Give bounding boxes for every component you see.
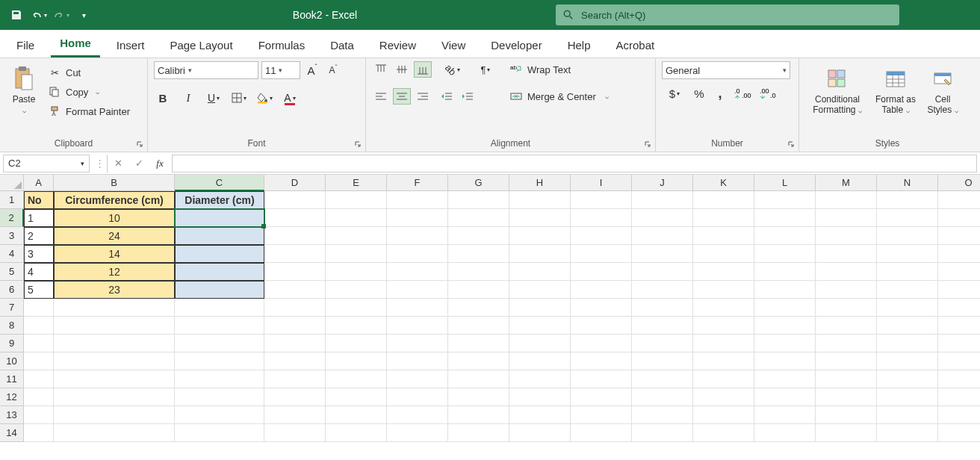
cell-O6[interactable] (938, 281, 980, 299)
cell-N9[interactable] (877, 335, 938, 352)
col-header-C[interactable]: C (175, 175, 264, 191)
cell-J11[interactable] (632, 370, 693, 388)
cell-H1[interactable] (509, 191, 571, 209)
cell-E1[interactable] (326, 191, 387, 209)
cell-K6[interactable] (693, 281, 754, 299)
cell-F11[interactable] (387, 370, 448, 388)
borders-button[interactable]: ▾ (230, 90, 248, 106)
cell-I2[interactable] (571, 209, 632, 227)
cell-J7[interactable] (632, 299, 693, 317)
cell-J4[interactable] (632, 245, 693, 263)
cell-D3[interactable] (264, 227, 326, 245)
align-bottom-button[interactable] (414, 61, 432, 78)
cell-D7[interactable] (264, 299, 326, 317)
formula-input[interactable] (172, 155, 977, 172)
enter-icon[interactable]: ✓ (128, 155, 149, 172)
launcher-icon[interactable] (353, 140, 362, 149)
cell-N3[interactable] (877, 227, 938, 245)
col-header-N[interactable]: N (877, 175, 938, 191)
cell-K11[interactable] (693, 370, 754, 388)
cell-O12[interactable] (938, 388, 980, 406)
cell-J13[interactable] (632, 406, 693, 424)
cell-L5[interactable] (754, 263, 816, 281)
cell-L13[interactable] (754, 406, 816, 424)
cell-I11[interactable] (571, 370, 632, 388)
cell-B10[interactable] (54, 352, 175, 370)
merge-center-button[interactable]: Merge & Center ⌵ (506, 88, 612, 105)
cell-B13[interactable] (54, 406, 175, 424)
cell-F4[interactable] (387, 245, 448, 263)
cell-K14[interactable] (693, 424, 754, 442)
active-cell[interactable] (175, 209, 264, 227)
format-as-table-button[interactable]: Format as Table ⌵ (869, 61, 922, 119)
row-header-6[interactable]: 6 (0, 281, 24, 299)
cell-M13[interactable] (816, 406, 877, 424)
cell-G2[interactable] (448, 209, 509, 227)
cell-H14[interactable] (509, 424, 571, 442)
cell-C5[interactable] (175, 263, 264, 281)
cell-B8[interactable] (54, 317, 175, 335)
cell-E11[interactable] (326, 370, 387, 388)
cell-C10[interactable] (175, 352, 264, 370)
col-header-I[interactable]: I (571, 175, 632, 191)
conditional-formatting-button[interactable]: Conditional Formatting ⌵ (805, 61, 869, 119)
underline-button[interactable]: U▾ (205, 90, 223, 106)
cell-D4[interactable] (264, 245, 326, 263)
cell-J14[interactable] (632, 424, 693, 442)
cell-E4[interactable] (326, 245, 387, 263)
cell-E2[interactable] (326, 209, 387, 227)
tab-page-layout[interactable]: Page Layout (161, 33, 241, 58)
cell-H12[interactable] (509, 388, 571, 406)
row-header-13[interactable]: 13 (0, 406, 24, 424)
font-name-combo[interactable]: Calibri▾ (154, 61, 258, 79)
row-header-12[interactable]: 12 (0, 388, 24, 406)
cell-G7[interactable] (448, 299, 509, 317)
cell-E7[interactable] (326, 299, 387, 317)
cell-D1[interactable] (264, 191, 326, 209)
row-header-9[interactable]: 9 (0, 335, 24, 352)
cell-D13[interactable] (264, 406, 326, 424)
cell-K7[interactable] (693, 299, 754, 317)
cell-J12[interactable] (632, 388, 693, 406)
cell-L14[interactable] (754, 424, 816, 442)
cell-G5[interactable] (448, 263, 509, 281)
cell-I10[interactable] (571, 352, 632, 370)
align-left-button[interactable] (372, 88, 390, 105)
cell-L12[interactable] (754, 388, 816, 406)
cell-B2[interactable]: 10 (54, 209, 175, 227)
wrap-text-button[interactable]: abWrap Text (506, 61, 612, 78)
row-header-2[interactable]: 2 (0, 209, 24, 227)
font-color-button[interactable]: A▾ (281, 90, 299, 106)
cell-G4[interactable] (448, 245, 509, 263)
cell-N14[interactable] (877, 424, 938, 442)
row-header-4[interactable]: 4 (0, 245, 24, 263)
cell-E9[interactable] (326, 335, 387, 352)
cell-J2[interactable] (632, 209, 693, 227)
cell-F14[interactable] (387, 424, 448, 442)
cell-G10[interactable] (448, 352, 509, 370)
cell-K1[interactable] (693, 191, 754, 209)
cell-J3[interactable] (632, 227, 693, 245)
col-header-F[interactable]: F (387, 175, 448, 191)
cell-A9[interactable] (24, 335, 54, 352)
increase-decimal-button[interactable]: .0.00 (732, 85, 754, 102)
cell-B9[interactable] (54, 335, 175, 352)
align-middle-button[interactable] (393, 61, 411, 78)
cell-O2[interactable] (938, 209, 980, 227)
cell-K8[interactable] (693, 317, 754, 335)
cell-I3[interactable] (571, 227, 632, 245)
tab-developer[interactable]: Developer (482, 33, 551, 58)
cell-B7[interactable] (54, 299, 175, 317)
cell-O8[interactable] (938, 317, 980, 335)
row-header-1[interactable]: 1 (0, 191, 24, 209)
cell-D5[interactable] (264, 263, 326, 281)
cell-H11[interactable] (509, 370, 571, 388)
cell-K10[interactable] (693, 352, 754, 370)
cell-G13[interactable] (448, 406, 509, 424)
cell-I14[interactable] (571, 424, 632, 442)
cell-C7[interactable] (175, 299, 264, 317)
font-size-combo[interactable]: 11▾ (261, 61, 300, 79)
cell-H4[interactable] (509, 245, 571, 263)
tab-formulas[interactable]: Formulas (249, 33, 314, 58)
col-header-D[interactable]: D (264, 175, 326, 191)
